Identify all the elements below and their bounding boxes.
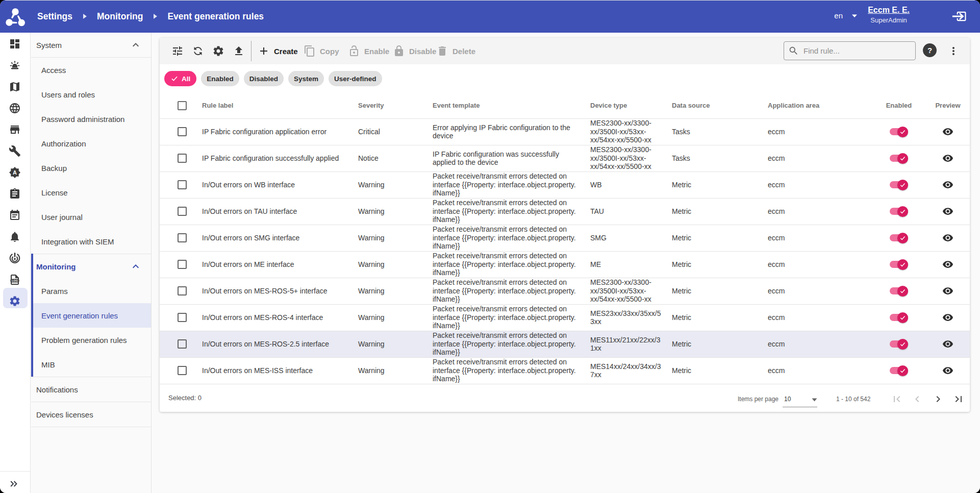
svg-text:A: A [13,169,17,176]
svg-text:LOG: LOG [12,279,18,282]
